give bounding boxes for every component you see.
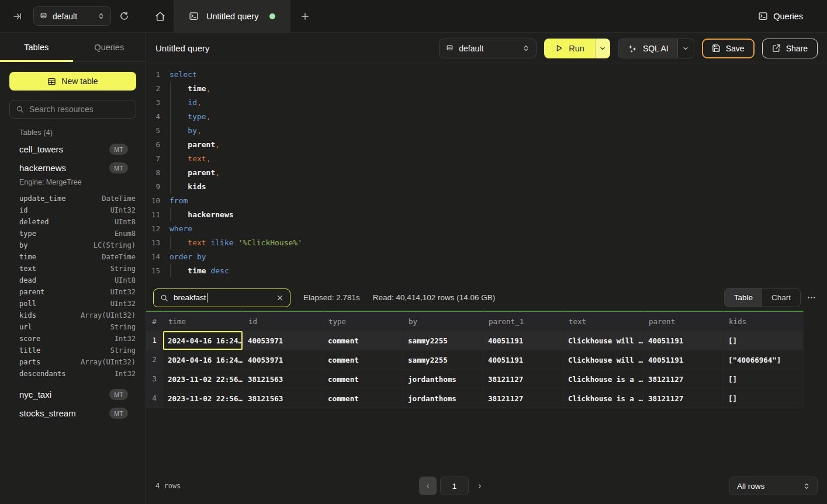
collapse-sidebar-icon[interactable] (13, 12, 22, 21)
clear-search-icon[interactable] (276, 294, 283, 301)
row-index[interactable]: 2 (146, 350, 163, 370)
column-header[interactable]: id (243, 311, 323, 331)
previous-page-button[interactable] (419, 477, 437, 495)
home-button[interactable] (146, 0, 174, 32)
line-number: 14 (146, 252, 160, 261)
table-cell[interactable]: comment (323, 331, 403, 350)
table-cell[interactable]: 38121563 (243, 370, 323, 389)
code-text: time desc (169, 266, 229, 275)
queries-terminal-icon (758, 11, 768, 21)
topbar: default Untitled query (0, 0, 827, 33)
table-cell[interactable]: Clickhouse is a … (563, 389, 643, 408)
page-size-selector[interactable]: All rows (729, 477, 818, 495)
sidebar-search-input[interactable]: Search resources (9, 100, 136, 119)
table-cell[interactable]: comment (323, 389, 403, 408)
column-header[interactable]: time (163, 311, 243, 331)
table-cell[interactable]: [] (724, 389, 804, 408)
table-cell[interactable]: 40051191 (483, 350, 563, 370)
column-type: UInt32 (110, 300, 136, 308)
share-button[interactable]: Share (762, 39, 818, 58)
results-search-input[interactable]: breakfast (153, 289, 290, 307)
sidebar-tab-queries[interactable]: Queries (73, 33, 146, 61)
table-cell[interactable]: 38121563 (243, 389, 323, 408)
page-size-value: All rows (737, 482, 764, 491)
table-name: hackernews (19, 163, 66, 173)
column-name: title (19, 346, 40, 354)
code-text: from (169, 196, 188, 205)
view-toggle-chart[interactable]: Chart (762, 289, 800, 307)
row-index[interactable]: 1 (146, 331, 163, 350)
table-cell[interactable]: 38121127 (483, 389, 563, 408)
column-row: scoreInt32 (0, 333, 146, 345)
table-cell[interactable]: [] (724, 370, 804, 389)
table-cell[interactable]: 2023-11-02 22:56… (163, 370, 243, 389)
row-index[interactable]: 4 (146, 389, 163, 408)
column-header[interactable]: parent_1 (483, 311, 563, 331)
indent-guide (170, 137, 171, 151)
new-table-button[interactable]: New table (9, 72, 136, 91)
sidebar-table-nyc_taxi[interactable]: nyc_taxi MT (0, 385, 146, 404)
table-cell[interactable]: 40051191 (643, 331, 724, 350)
column-header[interactable]: kids (724, 311, 804, 331)
save-button[interactable]: Save (702, 39, 755, 58)
table-cell[interactable]: 40051191 (483, 331, 563, 350)
indent-guide (170, 95, 171, 109)
search-icon (160, 294, 168, 302)
results-menu-icon[interactable] (805, 293, 820, 303)
column-type: String (110, 265, 136, 273)
table-cell[interactable]: 38121127 (643, 389, 724, 408)
table-cell[interactable]: 40053971 (243, 331, 323, 350)
table-cell[interactable]: Clickhouse will … (563, 331, 643, 350)
table-cell[interactable]: ["40066964"] (724, 350, 804, 370)
table-cell[interactable]: 2023-11-02 22:56… (163, 389, 243, 408)
editor-line: 15 time desc (146, 263, 827, 277)
run-button[interactable]: Run (544, 39, 595, 58)
query-database-name: default (459, 44, 483, 53)
table-cell[interactable]: 38121127 (643, 370, 724, 389)
table-cell[interactable]: jordanthoms (403, 389, 483, 408)
database-selector[interactable]: default (33, 6, 111, 26)
active-tab-underline (0, 60, 73, 62)
table-cell[interactable]: Clickhouse is a … (563, 370, 643, 389)
table-cell[interactable]: Clickhouse will … (563, 350, 643, 370)
column-header[interactable]: by (403, 311, 483, 331)
query-database-selector[interactable]: default (439, 39, 537, 58)
sql-ai-button[interactable]: SQL AI (618, 39, 677, 58)
table-cell[interactable]: 40051191 (643, 350, 724, 370)
table-cell[interactable]: [] (724, 331, 804, 350)
table-cell[interactable]: 2024-04-16 16:24… (163, 331, 243, 350)
table-cell[interactable]: 2024-04-16 16:24… (163, 350, 243, 370)
table-cell[interactable]: jordanthoms (403, 370, 483, 389)
current-page[interactable]: 1 (440, 477, 469, 495)
sidebar-table-hackernews[interactable]: hackernews MT (0, 158, 146, 177)
table-cell[interactable]: sammy2255 (403, 350, 483, 370)
column-type: UInt32 (110, 206, 136, 214)
row-index[interactable]: 3 (146, 370, 163, 389)
view-toggle-table[interactable]: Table (725, 289, 762, 307)
column-header[interactable]: # (146, 311, 163, 331)
table-cell[interactable]: comment (323, 350, 403, 370)
sql-ai-options-button[interactable] (677, 39, 694, 58)
row-count: 4 rows (155, 482, 181, 490)
column-name: parts (19, 358, 40, 366)
table-cell[interactable]: 38121127 (483, 370, 563, 389)
column-header[interactable]: type (323, 311, 403, 331)
new-tab-button[interactable] (290, 0, 320, 32)
sidebar-table-stocks_stream[interactable]: stocks_stream MT (0, 404, 146, 422)
next-page-button[interactable] (476, 483, 483, 489)
pagination: 1 (419, 477, 483, 495)
refresh-icon[interactable] (119, 11, 129, 21)
sidebar-tabs: Tables Queries (0, 33, 146, 62)
sql-editor[interactable]: 1select2 time,3 id,4 type,5 by,6 parent,… (146, 64, 827, 284)
table-cell[interactable]: comment (323, 370, 403, 389)
run-options-button[interactable] (595, 39, 610, 58)
code-text: order by (169, 252, 206, 261)
table-cell[interactable]: 40053971 (243, 350, 323, 370)
queries-button[interactable]: Queries (758, 0, 827, 32)
sidebar-tab-tables[interactable]: Tables (0, 33, 73, 61)
sidebar-table-cell_towers[interactable]: cell_towers MT (0, 140, 146, 158)
column-header[interactable]: parent (643, 311, 724, 331)
tab-untitled-query[interactable]: Untitled query (174, 0, 290, 32)
column-header[interactable]: text (563, 311, 643, 331)
table-cell[interactable]: sammy2255 (403, 331, 483, 350)
